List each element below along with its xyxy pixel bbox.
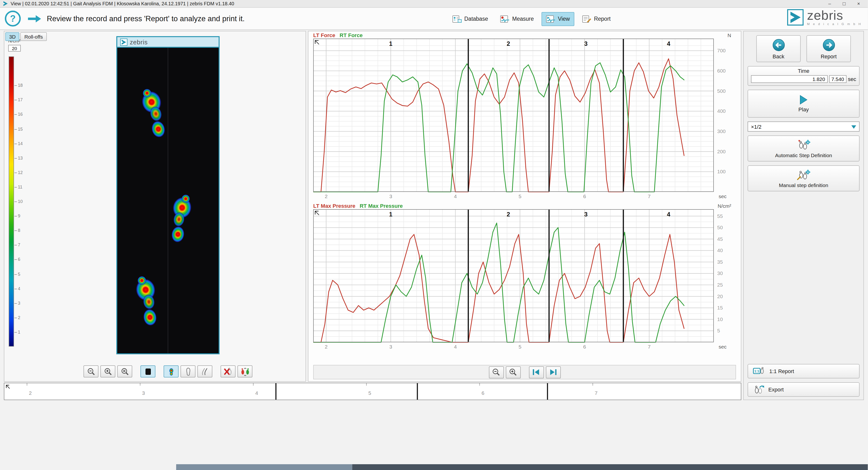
svg-text:20: 20 [717, 294, 723, 299]
back-arrow-icon [772, 38, 785, 51]
taskbar-segment[interactable] [176, 464, 352, 470]
svg-text:5: 5 [369, 390, 371, 396]
nav-view[interactable]: View [541, 12, 574, 26]
svg-text:4: 4 [667, 40, 670, 47]
svg-text:6: 6 [583, 344, 586, 349]
delete-step-button[interactable] [221, 365, 236, 377]
step-back-icon [531, 368, 541, 376]
show-footprint-outline-button[interactable] [181, 365, 195, 377]
nav-report-label: Report [594, 16, 611, 22]
color-scale-max-box[interactable]: 20 [8, 45, 21, 52]
automatic-step-definition-button[interactable]: Automatic Step Definition [748, 135, 860, 162]
manual-step-definition-button[interactable]: Manual step definition [748, 165, 860, 191]
zoom-in-button[interactable] [100, 365, 115, 377]
one-to-one-report-button[interactable]: 1:1 1:1 Report [748, 364, 860, 378]
chart-toolbar [313, 365, 736, 379]
timeline-canvas[interactable]: 234567 [4, 383, 740, 400]
magnifier-plus-icon [509, 368, 517, 376]
nav-measure[interactable]: Measure [496, 12, 538, 26]
svg-text:300: 300 [717, 129, 725, 134]
color-scale-tick: 11 [18, 184, 23, 190]
view-mode-tabs: 3D Roll-offs [5, 32, 47, 41]
color-scale-tick: 16 [18, 112, 23, 117]
svg-text:5: 5 [519, 344, 522, 349]
svg-text:4: 4 [255, 390, 258, 396]
minimize-button[interactable]: – [824, 0, 836, 7]
database-icon [452, 15, 462, 23]
color-scale-tick: 8 [18, 228, 20, 233]
force-y-unit-label: N [727, 32, 736, 38]
show-rolloff-lines-button[interactable] [197, 365, 212, 377]
tab-roll-offs-label: Roll-offs [24, 34, 43, 39]
charts-panel: LT Force RT Force N 1234234567sec1002003… [308, 31, 741, 382]
pressure-map-logo: zebris [117, 37, 219, 48]
zebris-logo: zebris M e d i c a l G m b H [787, 9, 862, 26]
svg-text:3: 3 [389, 194, 392, 199]
app-icon [3, 1, 8, 6]
force-chart[interactable]: 1234234567sec100200300400500600700 [313, 39, 736, 201]
tab-roll-offs[interactable]: Roll-offs [21, 32, 47, 41]
zoom-fit-button[interactable] [117, 365, 132, 377]
pressure-map-panel: zebris [116, 36, 220, 354]
svg-text:3: 3 [584, 40, 588, 47]
svg-text:30: 30 [717, 270, 723, 276]
report-nav-button[interactable]: Report [806, 35, 851, 62]
svg-text:55: 55 [717, 213, 723, 219]
color-scale-tick: 12 [18, 170, 23, 175]
display-mode-button[interactable] [141, 365, 155, 377]
export-icon [753, 385, 765, 394]
view-icon [546, 15, 556, 23]
delete-step-icon [223, 367, 233, 376]
automatic-step-label: Automatic Step Definition [775, 152, 832, 158]
svg-text:3: 3 [389, 344, 392, 349]
tab-3d[interactable]: 3D [5, 32, 20, 41]
svg-text:2: 2 [507, 40, 510, 47]
color-scale-tick: 3 [18, 301, 20, 305]
color-scale-tick: 7 [18, 243, 20, 247]
color-scale-tick: 15 [18, 127, 23, 131]
rolloff-lines-icon [200, 367, 209, 376]
color-scale-gradient-bar [9, 57, 14, 346]
report-button-label: Report [821, 53, 837, 59]
help-button[interactable]: ? [5, 10, 21, 27]
nav-measure-label: Measure [512, 16, 534, 22]
show-pressure-footprint-button[interactable] [164, 365, 179, 377]
report-icon [582, 15, 591, 23]
svg-text:1: 1 [389, 40, 392, 47]
chart-zoom-in-button[interactable] [505, 366, 521, 378]
color-scale-tick: 18 [18, 83, 23, 88]
timeline-scrubber[interactable]: 234567 [4, 383, 741, 400]
question-mark-icon: ? [10, 13, 16, 24]
svg-text:500: 500 [717, 88, 725, 94]
time-total-field[interactable]: 7.540 [829, 75, 846, 83]
color-scale-tick: 1 [18, 330, 20, 335]
time-panel: Time 1.820 7.540 sec [748, 66, 860, 86]
force-chart-legend: LT Force RT Force N [313, 32, 736, 38]
titlebar: View | 02.01.2020 12:42:51 | Gait Analys… [0, 0, 868, 8]
export-button[interactable]: Export [748, 382, 860, 397]
color-scale-tick: 5 [18, 272, 20, 276]
color-scale-tick: 17 [18, 98, 23, 102]
svg-text:40: 40 [717, 247, 723, 253]
playback-speed-select[interactable]: ×1/2 [748, 122, 860, 132]
nav-database[interactable]: Database [448, 12, 492, 26]
forward-arrow-icon [28, 14, 42, 23]
svg-text:2: 2 [325, 344, 328, 349]
chart-zoom-out-button[interactable] [489, 366, 504, 378]
step-previous-button[interactable] [529, 366, 544, 378]
play-button[interactable]: Play [748, 90, 860, 118]
zoom-out-button[interactable] [84, 365, 98, 377]
taskbar-segment[interactable] [352, 464, 868, 470]
status-message: Review the record and press 'Report' to … [47, 14, 245, 23]
back-button[interactable]: Back [756, 35, 801, 62]
maximize-button[interactable]: □ [838, 0, 850, 7]
nav-report[interactable]: Report [578, 12, 615, 26]
svg-text:2: 2 [325, 194, 328, 199]
step-next-button[interactable] [546, 366, 561, 378]
time-current-field[interactable]: 1.820 [751, 75, 828, 83]
swap-feet-button[interactable] [238, 365, 252, 377]
pressure-chart[interactable]: 1234234567sec510152025303540455055 [313, 209, 736, 351]
close-button[interactable]: × [852, 0, 865, 7]
chevron-down-icon [851, 125, 856, 131]
one-to-one-report-label: 1:1 Report [769, 368, 794, 374]
